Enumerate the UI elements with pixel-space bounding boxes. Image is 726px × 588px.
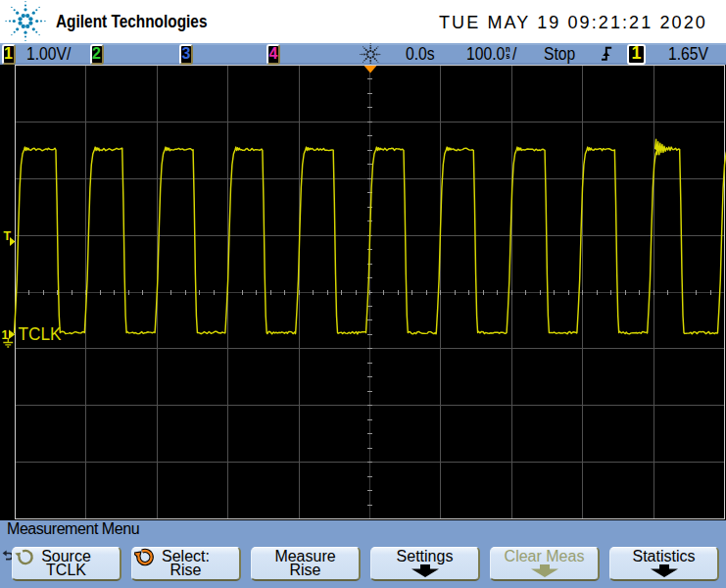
svg-text:1: 1 xyxy=(2,328,9,342)
svg-text:TCLK: TCLK xyxy=(19,323,62,344)
